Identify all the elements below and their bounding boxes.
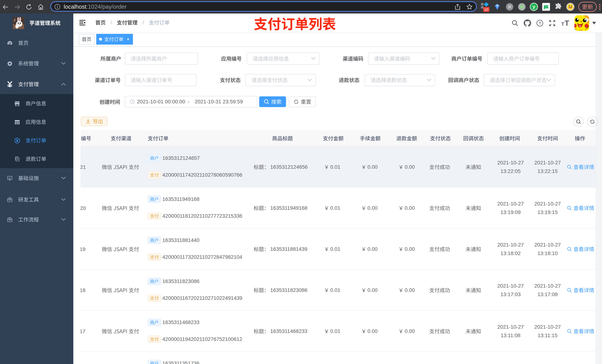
svg-text:?: ? [539, 21, 541, 25]
svg-text:T: T [561, 21, 564, 27]
svg-text:⌘: ⌘ [508, 5, 512, 9]
svg-text:y: y [533, 4, 535, 10]
svg-text:10: 10 [484, 8, 488, 11]
svg-text:T: T [565, 20, 569, 27]
